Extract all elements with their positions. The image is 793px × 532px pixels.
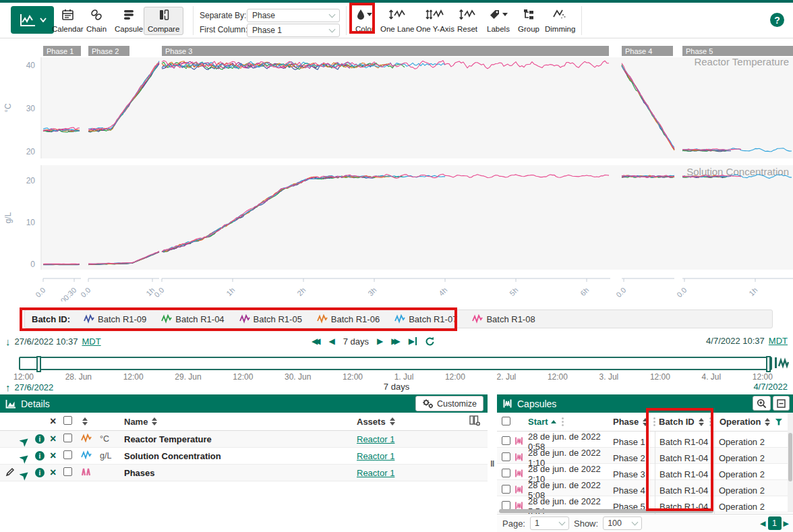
compare-view-button[interactable]: Compare [144, 7, 183, 35]
select-all-checkbox[interactable] [502, 417, 510, 425]
show-select[interactable]: 100 [603, 516, 642, 530]
slider-right-handle[interactable] [766, 356, 771, 372]
row-checkbox[interactable] [63, 450, 72, 459]
capsule-row[interactable]: 28 de jun. de 2022 5:08 Phase 4 Batch R1… [497, 480, 793, 496]
next-page-button[interactable]: ▶ [784, 519, 789, 528]
signal-name[interactable]: Reactor Temperature [124, 434, 357, 444]
row-checkbox[interactable] [502, 452, 510, 461]
name-column-header[interactable]: Name [124, 417, 148, 427]
capsule-row[interactable]: 28 de jun. de 2022 2:10 Phase 3 Batch R1… [497, 464, 793, 480]
reset-button[interactable]: Reset [453, 7, 481, 35]
separate-by-select[interactable]: Phase [247, 9, 340, 22]
row-checkbox[interactable] [63, 467, 72, 476]
resize-grip-icon[interactable]: ‖ [490, 459, 495, 469]
first-column-select[interactable]: Phase 1 [247, 24, 340, 37]
sort-icon[interactable] [699, 418, 704, 426]
legend-item[interactable]: Batch R1-06 [317, 314, 380, 324]
step-back-full-button[interactable]: ◀◀ [312, 335, 320, 347]
remove-icon[interactable]: × [50, 434, 63, 444]
send-to-trend-icon[interactable] [19, 465, 36, 481]
info-icon[interactable]: i [35, 434, 45, 444]
timezone-link[interactable]: MDT [82, 336, 100, 347]
remove-icon[interactable]: × [50, 468, 63, 477]
sort-icon[interactable] [390, 417, 395, 425]
legend-item[interactable]: Batch R1-07 [394, 314, 457, 324]
details-row-solution-concentration[interactable]: i × g/L Solution Concentration Reactor 1 [0, 448, 488, 465]
start-column-header[interactable]: Start [528, 417, 548, 427]
dimming-button[interactable]: Dimming [541, 7, 579, 35]
page-select[interactable]: 1 [530, 516, 569, 530]
capsules-header: Capsules [497, 394, 793, 413]
asset-link[interactable]: Reactor 1 [357, 434, 458, 444]
select-all-checkbox[interactable] [63, 416, 72, 425]
collapse-panel-button[interactable] [773, 396, 790, 411]
svg-text:0.0: 0.0 [79, 286, 92, 299]
sort-icon[interactable] [152, 417, 157, 425]
group-button[interactable]: Group [514, 7, 544, 35]
batch-id-column-header[interactable]: Batch ID [659, 417, 695, 427]
range-start-arrow-icon: ↓ [5, 336, 11, 347]
chain-view-button[interactable]: Chain [82, 7, 111, 35]
filter-icon[interactable] [775, 419, 782, 425]
trend-chart[interactable]: Phase 1Phase 2Phase 3Phase 4Phase 5React… [0, 38, 793, 301]
send-to-trend-icon[interactable] [19, 448, 36, 464]
one-y-axis-button[interactable]: One Y-Axis [412, 7, 459, 35]
row-checkbox[interactable] [63, 434, 72, 442]
color-button[interactable]: Color [351, 7, 378, 35]
date-range-row: ↓ 27/6/2022 10:37 MDT ◀◀ ◀ 7 days ▶ ▶▶ ▶… [0, 333, 793, 351]
panel-resize-divider[interactable]: ‖ [488, 394, 497, 532]
zoom-to-capsule-button[interactable] [753, 396, 771, 411]
svg-text:3h: 3h [366, 286, 378, 297]
current-page-button[interactable]: 1 [768, 516, 782, 530]
phase-column-header[interactable]: Phase [613, 417, 639, 427]
capsule-view-button[interactable]: Capsule [111, 7, 147, 35]
capsule-lane-toggle[interactable] [774, 356, 790, 372]
asset-link[interactable]: Reactor 1 [357, 468, 458, 478]
capsule-row[interactable]: 28 de jun. de 2022 1:10 Phase 2 Batch R1… [497, 448, 793, 464]
info-icon[interactable]: i [35, 468, 45, 477]
details-row-reactor-temperature[interactable]: i × °C Reactor Temperature Reactor 1 [0, 431, 488, 448]
legend-item-label: Batch R1-04 [175, 314, 224, 324]
legend-item[interactable]: Batch R1-08 [472, 314, 535, 324]
column-menu-icon[interactable] [709, 417, 711, 426]
remove-icon[interactable]: × [50, 451, 63, 461]
operation-column-header[interactable]: Operation [719, 417, 761, 427]
step-back-half-button[interactable]: ◀ [328, 335, 334, 347]
column-menu-icon[interactable] [562, 417, 564, 426]
step-forward-half-button[interactable]: ▶ [377, 335, 383, 347]
details-row-phases[interactable]: i × Phases Reactor 1 [0, 465, 488, 481]
remove-all-button[interactable]: × [50, 417, 63, 426]
capsule-row[interactable]: 28 de jun. de 2022 0:58 Phase 1 Batch R1… [497, 432, 793, 448]
signal-name[interactable]: Solution Concentration [124, 451, 357, 461]
customize-button[interactable]: Customize [415, 396, 483, 411]
vertical-scrollbar[interactable] [788, 413, 793, 512]
legend-item[interactable]: Batch R1-04 [161, 314, 224, 324]
slider-left-handle[interactable] [36, 356, 41, 372]
legend-item[interactable]: Batch R1-09 [84, 314, 146, 324]
add-column-icon[interactable] [469, 415, 481, 426]
horizontal-scrollbar[interactable] [499, 509, 713, 513]
step-to-now-button[interactable]: ▶ [409, 335, 417, 347]
asset-link[interactable]: Reactor 1 [357, 451, 458, 461]
row-checkbox[interactable] [502, 485, 510, 494]
step-forward-full-button[interactable]: ▶▶ [391, 335, 400, 347]
legend-item[interactable]: Batch R1-05 [239, 314, 302, 324]
sort-icon[interactable] [82, 417, 100, 425]
prev-page-button[interactable]: ◀ [760, 519, 765, 528]
calendar-view-button[interactable]: Calendar [48, 7, 88, 35]
assets-column-header[interactable]: Assets [357, 417, 386, 427]
send-to-trend-icon[interactable] [19, 431, 36, 447]
info-icon[interactable]: i [35, 451, 45, 461]
timeline-range-slider[interactable] [19, 357, 772, 370]
timezone-link[interactable]: MDT [769, 336, 788, 346]
row-checkbox[interactable] [502, 469, 510, 477]
condition-name[interactable]: Phases [124, 468, 357, 478]
sort-icon[interactable] [643, 418, 648, 426]
sort-icon[interactable] [765, 418, 770, 426]
labels-button[interactable]: Labels [483, 7, 514, 35]
edit-pencil-icon[interactable] [5, 467, 15, 477]
row-checkbox[interactable] [502, 436, 510, 445]
tag-icon [489, 9, 500, 20]
refresh-icon[interactable] [425, 336, 435, 347]
help-button[interactable]: ? [770, 13, 784, 27]
